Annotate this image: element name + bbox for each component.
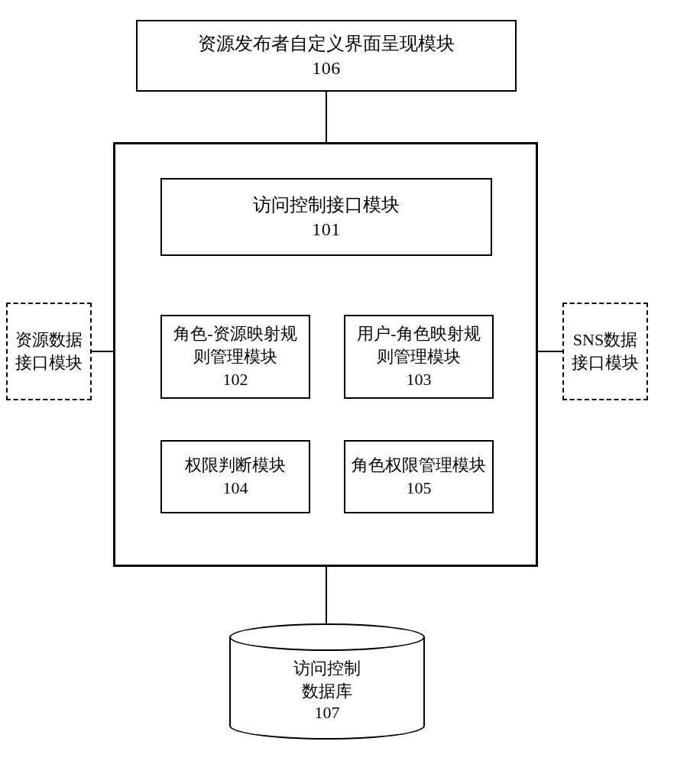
module-custom-ui-presentation: 资源发布者自定义界面呈现模块 106 (136, 20, 517, 92)
module-left-line1: 资源数据 (15, 329, 83, 351)
module-105-num: 105 (407, 477, 432, 500)
connector-right-main (538, 351, 562, 352)
db-num: 107 (229, 703, 425, 723)
module-102-line2: 则管理模块 (193, 345, 277, 368)
connector-top-main (326, 92, 327, 142)
diagram-canvas: 资源发布者自定义界面呈现模块 106 访问控制接口模块 101 角色-资源映射规… (0, 0, 700, 764)
module-role-resource-mapping: 角色-资源映射规 则管理模块 102 (160, 315, 310, 399)
module-102-num: 102 (223, 368, 248, 391)
module-left-line2: 接口模块 (15, 351, 83, 374)
db-top (229, 623, 425, 651)
module-right-line2: 接口模块 (572, 351, 639, 374)
module-103-line2: 则管理模块 (377, 345, 461, 368)
module-custom-ui-presentation-num: 106 (312, 56, 341, 80)
db-label-line1: 访问控制 (229, 657, 425, 680)
db-label-group: 访问控制 数据库 107 (229, 657, 425, 723)
module-right-line1: SNS数据 (573, 329, 637, 351)
module-103-line1: 用户-角色映射规 (357, 322, 480, 345)
module-101-num: 101 (312, 217, 341, 241)
module-102-line1: 角色-资源映射规 (173, 322, 297, 345)
module-104-num: 104 (223, 477, 248, 500)
db-label-line2: 数据库 (229, 680, 425, 703)
module-105-label: 角色权限管理模块 (352, 454, 486, 477)
connector-left-main (92, 351, 113, 352)
module-permission-judgment: 权限判断模块 104 (160, 440, 310, 513)
module-user-role-mapping: 用户-角色映射规 则管理模块 103 (344, 315, 494, 399)
module-104-label: 权限判断模块 (185, 454, 286, 477)
database-access-control: 访问控制 数据库 107 (229, 623, 425, 740)
module-103-num: 103 (407, 368, 432, 391)
module-resource-data-interface: 资源数据 接口模块 (6, 303, 92, 400)
module-role-permission-management: 角色权限管理模块 105 (344, 440, 494, 513)
module-sns-data-interface: SNS数据 接口模块 (562, 303, 648, 400)
connector-main-db (326, 567, 327, 625)
module-101-label: 访问控制接口模块 (253, 193, 400, 217)
module-custom-ui-presentation-label: 资源发布者自定义界面呈现模块 (198, 31, 455, 56)
module-access-control-interface: 访问控制接口模块 101 (160, 178, 492, 256)
